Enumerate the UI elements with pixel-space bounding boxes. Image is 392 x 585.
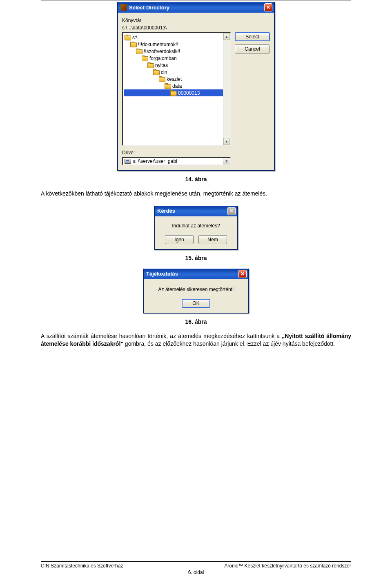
close-icon: ✕	[227, 207, 236, 215]
question-title: Kérdés	[157, 208, 227, 214]
select-directory-dialog: Select Directory ✕ Könyvtár s:\...\data\…	[117, 2, 275, 171]
tree-scrollbar[interactable]: ▲ ▼	[223, 33, 230, 145]
drive-value: s: \\server\user_gabi	[133, 158, 177, 164]
question-text: Indulhat az átemelés?	[160, 223, 232, 229]
directory-tree-list[interactable]: s:\!!!dokumentumok!!!!!szoftverdoksik!!f…	[122, 32, 231, 146]
figure-caption-14: 14. ábra	[41, 176, 351, 182]
question-titlebar[interactable]: Kérdés ✕	[155, 206, 237, 216]
yes-button[interactable]: Igen	[165, 235, 194, 244]
tree-item-label: forgalomban	[149, 56, 177, 61]
app-icon	[120, 4, 127, 11]
select-button[interactable]: Select	[235, 32, 270, 41]
scroll-down-icon[interactable]: ▼	[223, 138, 230, 145]
cancel-button[interactable]: Cancel	[235, 44, 270, 53]
tree-item[interactable]: forgalomban	[124, 55, 230, 62]
folder-icon	[130, 42, 137, 47]
paragraph-2: A szállítói számlák átemelése hasonlóan …	[41, 332, 351, 348]
close-icon[interactable]: ✕	[238, 270, 247, 278]
tree-item-label: 00000013	[178, 90, 200, 96]
select-directory-titlebar[interactable]: Select Directory ✕	[118, 2, 274, 13]
footer-page: 6. oldal	[41, 569, 351, 575]
info-text: Az átemelés sikeresen megtörtént!	[148, 287, 244, 292]
footer-right: Aronic™ Készlet készletnyilvántartó és s…	[123, 563, 351, 569]
select-directory-title: Select Directory	[129, 4, 264, 11]
folder-icon	[125, 35, 131, 40]
folder-icon	[170, 90, 177, 96]
no-button[interactable]: Nem	[198, 235, 227, 244]
paragraph-1: A következőkben látható tájékoztató abla…	[41, 190, 351, 198]
para2-pre: A szállítói számlák átemelése hasonlóan …	[41, 333, 282, 339]
footer-left: CIN Számítástechnika és Szoftverház	[41, 563, 123, 569]
drive-icon	[125, 159, 131, 164]
drive-dropdown[interactable]: s: \\server\user_gabi ▼	[122, 157, 231, 165]
tree-item[interactable]: 00000013	[124, 89, 223, 96]
tree-item[interactable]: !!szoftverdoksik!!	[124, 48, 230, 55]
tree-item[interactable]: cin	[124, 69, 230, 76]
drive-label: Drive:	[122, 150, 270, 156]
tree-item-label: !!!dokumentumok!!!	[138, 42, 180, 47]
chevron-down-icon[interactable]: ▼	[223, 158, 230, 165]
folder-icon	[147, 62, 154, 68]
directory-path: s:\...\data\00000013\	[122, 25, 270, 31]
folder-icon	[153, 69, 160, 75]
tree-item-label: cin	[161, 69, 167, 75]
tree-item[interactable]: nyitas	[124, 62, 230, 69]
info-titlebar[interactable]: Tájékoztatás ✕	[144, 269, 248, 279]
tree-item-label: keszlet	[167, 76, 182, 82]
folder-icon	[165, 83, 171, 89]
tree-item-label: nyitas	[155, 62, 168, 68]
folder-icon	[136, 49, 143, 54]
folder-icon	[142, 56, 148, 61]
tree-item[interactable]: s:\	[124, 34, 230, 41]
ok-button[interactable]: OK	[182, 299, 210, 308]
tree-item-label: s:\	[132, 35, 138, 40]
scroll-up-icon[interactable]: ▲	[223, 33, 230, 40]
footer-rule	[41, 561, 351, 562]
page-footer: CIN Számítástechnika és Szoftverház Aron…	[41, 561, 351, 575]
close-icon[interactable]: ✕	[264, 3, 272, 11]
tree-item[interactable]: keszlet	[124, 76, 230, 82]
tree-item[interactable]: data	[124, 82, 230, 89]
para2-post: gombra, és az előzőekhez hasonlóan járju…	[123, 340, 335, 347]
folder-icon	[159, 76, 165, 82]
figure-caption-16: 16. ábra	[41, 318, 351, 325]
tree-item-label: data	[172, 83, 182, 89]
page-top-rule	[41, 0, 351, 0]
info-title: Tájékoztatás	[146, 271, 238, 277]
info-dialog: Tájékoztatás ✕ Az átemelés sikeresen meg…	[143, 269, 249, 314]
tree-item-label: !!szoftverdoksik!!	[144, 49, 180, 54]
figure-caption-15: 15. ábra	[41, 255, 351, 261]
tree-item[interactable]: !!!dokumentumok!!!	[124, 41, 230, 48]
question-dialog: Kérdés ✕ Indulhat az átemelés? Igen Nem	[154, 206, 238, 250]
directory-label: Könyvtár	[122, 18, 270, 23]
